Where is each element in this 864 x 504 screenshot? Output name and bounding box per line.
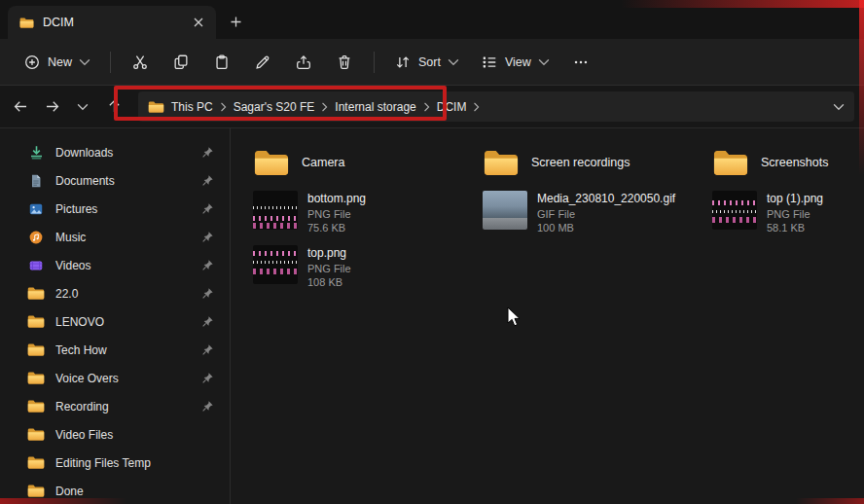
breadcrumb-this-pc[interactable]: This PC	[171, 100, 213, 114]
share-icon	[295, 54, 312, 71]
file-size: 58.1 KB	[767, 221, 823, 234]
sidebar-item-label: Done	[55, 485, 214, 498]
share-button[interactable]	[284, 46, 323, 79]
pin-icon	[201, 343, 214, 356]
sidebar-item-label: Documents	[55, 174, 191, 188]
chevron-right-icon	[473, 102, 480, 112]
file-item-bottom-png[interactable]: bottom.png PNG File 75.6 KB	[245, 187, 475, 241]
title-bar: DCIM	[0, 0, 864, 39]
command-bar: New	[0, 39, 864, 86]
breadcrumb-device[interactable]: Sagar's S20 FE	[234, 100, 315, 114]
sidebar-item-label: Voice Overs	[55, 372, 191, 385]
folder-item-camera[interactable]: Camera	[245, 138, 475, 187]
rename-pencil-icon	[254, 54, 271, 71]
new-button-label: New	[48, 55, 72, 69]
file-size: 100 MB	[537, 221, 675, 234]
address-breadcrumb-bar[interactable]: This PC Sagar's S20 FE Internal storage …	[138, 91, 854, 122]
forward-button[interactable]	[37, 92, 66, 122]
clipboard-icon	[213, 54, 231, 71]
pin-icon	[201, 315, 214, 328]
sidebar-item-label: Tech How	[55, 343, 191, 357]
folder-name: Screenshots	[761, 156, 828, 169]
pin-icon	[201, 202, 214, 215]
sidebar-item-downloads[interactable]: Downloads	[6, 138, 224, 166]
copy-icon	[172, 54, 190, 71]
paste-button[interactable]	[202, 46, 241, 79]
folder-icon	[27, 426, 45, 444]
file-thumbnail	[483, 191, 527, 230]
address-dropdown-chevron[interactable]	[833, 103, 845, 111]
file-name: Media_230810_220050.gif	[537, 192, 675, 207]
more-options-button[interactable]	[561, 46, 600, 79]
sidebar-item-22-0[interactable]: 22.0	[6, 279, 224, 307]
view-list-icon	[481, 54, 498, 71]
file-thumbnail	[253, 191, 298, 230]
sidebar-item-done[interactable]: Done	[6, 477, 224, 504]
sidebar-item-editing-files-temp[interactable]: Editing Files Temp	[6, 449, 224, 477]
chevron-right-icon	[220, 102, 227, 112]
file-type: PNG File	[307, 207, 366, 221]
file-type: PNG File	[307, 262, 351, 275]
delete-button[interactable]	[325, 46, 364, 79]
sidebar-item-label: LENOVO	[55, 315, 191, 329]
view-button[interactable]: View	[471, 46, 559, 79]
file-thumbnail	[253, 245, 298, 284]
sidebar-item-video-files[interactable]: Video Files	[6, 420, 224, 449]
sidebar-item-videos[interactable]: Videos	[6, 251, 224, 279]
new-button[interactable]: New	[14, 46, 100, 79]
navigation-sidebar: Downloads Documents Pictures	[0, 128, 231, 504]
recent-locations-button[interactable]	[68, 92, 97, 122]
explorer-tab[interactable]: DCIM	[8, 6, 216, 39]
sidebar-item-tech-how[interactable]: Tech How	[6, 336, 224, 364]
sidebar-item-lenovo[interactable]: LENOVO	[6, 307, 224, 336]
toolbar-separator	[110, 52, 111, 73]
scissors-icon	[131, 54, 149, 71]
file-explorer-window: DCIM New	[0, 0, 864, 504]
folder-icon	[27, 454, 45, 472]
file-size: 75.6 KB	[307, 221, 366, 234]
sidebar-item-recording[interactable]: Recording	[6, 392, 224, 420]
chevron-down-icon	[79, 56, 90, 68]
folder-icon	[712, 148, 749, 178]
folder-icon	[483, 148, 520, 178]
sidebar-item-voice-overs[interactable]: Voice Overs	[6, 364, 224, 392]
file-item-top-1-png[interactable]: top (1).png PNG File 58.1 KB	[704, 187, 864, 241]
file-item-media-gif[interactable]: Media_230810_220050.gif GIF File 100 MB	[475, 187, 704, 241]
pin-icon	[201, 287, 214, 300]
rename-button[interactable]	[243, 46, 282, 79]
ellipsis-icon	[572, 54, 590, 71]
chevron-right-icon	[423, 102, 430, 112]
tab-close-button[interactable]	[189, 13, 208, 32]
back-button[interactable]	[6, 92, 35, 122]
plus-circle-icon	[23, 54, 41, 71]
folder-icon	[27, 342, 45, 359]
pin-icon	[201, 231, 214, 243]
folder-item-screen-recordings[interactable]: Screen recordings	[475, 138, 704, 187]
file-item-top-png[interactable]: top.png PNG File 108 KB	[245, 241, 475, 296]
sort-button[interactable]: Sort	[384, 46, 469, 79]
folder-icon	[27, 313, 45, 331]
folder-icon	[27, 285, 45, 303]
sidebar-item-documents[interactable]: Documents	[6, 166, 224, 195]
chevron-right-icon	[321, 102, 328, 112]
cut-button[interactable]	[121, 46, 160, 79]
sort-button-label: Sort	[418, 55, 441, 69]
new-tab-button[interactable]	[226, 12, 246, 32]
address-bar-row: This PC Sagar's S20 FE Internal storage …	[0, 86, 864, 128]
sidebar-item-label: 22.0	[55, 287, 191, 301]
breadcrumb-dcim[interactable]: DCIM	[437, 100, 467, 114]
tab-title: DCIM	[43, 16, 180, 29]
sidebar-item-music[interactable]: Music	[6, 223, 224, 251]
sidebar-item-pictures[interactable]: Pictures	[6, 195, 224, 223]
sort-icon	[394, 54, 412, 71]
folder-item-screenshots[interactable]: Screenshots	[704, 138, 864, 187]
folder-name: Screen recordings	[531, 156, 630, 169]
up-button[interactable]	[99, 92, 128, 122]
toolbar-separator	[374, 52, 375, 73]
file-name: bottom.png	[307, 192, 366, 207]
breadcrumb-internal-storage[interactable]: Internal storage	[335, 100, 415, 114]
videos-icon	[27, 257, 45, 274]
pictures-icon	[27, 200, 45, 218]
sidebar-item-label: Videos	[55, 259, 191, 272]
copy-button[interactable]	[162, 46, 200, 79]
